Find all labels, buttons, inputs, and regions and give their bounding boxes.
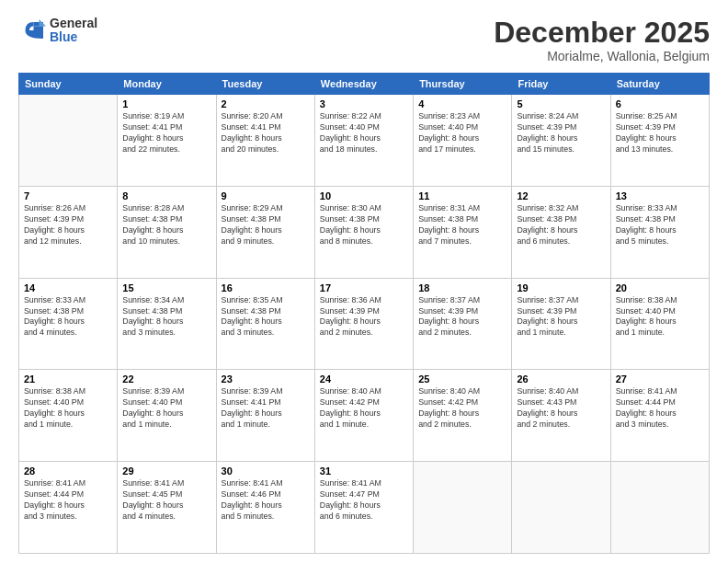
day-number: 3 (320, 98, 408, 109)
day-info: Sunrise: 8:26 AM Sunset: 4:39 PM Dayligh… (24, 203, 112, 247)
day-number: 21 (24, 373, 112, 385)
day-info: Sunrise: 8:41 AM Sunset: 4:46 PM Dayligh… (222, 478, 310, 523)
day-info: Sunrise: 8:23 AM Sunset: 4:40 PM Dayligh… (418, 111, 506, 155)
calendar-table: Sunday Monday Tuesday Wednesday Thursday… (18, 73, 710, 554)
day-number: 2 (222, 98, 310, 109)
day-info: Sunrise: 8:25 AM Sunset: 4:39 PM Dayligh… (616, 111, 704, 155)
day-info: Sunrise: 8:33 AM Sunset: 4:38 PM Dayligh… (24, 295, 112, 339)
day-info: Sunrise: 8:31 AM Sunset: 4:38 PM Dayligh… (418, 203, 506, 247)
day-number: 19 (517, 282, 605, 293)
header-saturday: Saturday (610, 74, 709, 95)
day-number: 5 (517, 98, 605, 109)
day-number: 12 (517, 190, 605, 201)
table-row: 27Sunrise: 8:41 AM Sunset: 4:44 PM Dayli… (610, 370, 709, 462)
day-number: 10 (320, 190, 408, 201)
day-number: 29 (122, 465, 210, 477)
day-number: 17 (320, 282, 408, 293)
logo-general: General (50, 17, 97, 30)
day-number: 16 (222, 282, 310, 293)
calendar-row-4: 21Sunrise: 8:38 AM Sunset: 4:40 PM Dayli… (19, 370, 710, 462)
day-info: Sunrise: 8:41 AM Sunset: 4:47 PM Dayligh… (320, 478, 408, 523)
header-tuesday: Tuesday (216, 74, 314, 95)
table-row: 16Sunrise: 8:35 AM Sunset: 4:38 PM Dayli… (216, 278, 314, 370)
header-monday: Monday (118, 74, 216, 95)
day-info: Sunrise: 8:30 AM Sunset: 4:38 PM Dayligh… (320, 203, 408, 247)
header: General Blue December 2025 Morialme, Wal… (18, 17, 710, 63)
day-number: 20 (616, 282, 704, 293)
table-row: 1Sunrise: 8:19 AM Sunset: 4:41 PM Daylig… (118, 95, 216, 187)
table-row: 22Sunrise: 8:39 AM Sunset: 4:40 PM Dayli… (118, 370, 216, 462)
table-row (19, 95, 118, 187)
day-number: 11 (418, 190, 506, 201)
day-number: 27 (616, 373, 704, 385)
day-number: 18 (418, 282, 506, 293)
logo-text: General Blue (50, 17, 97, 45)
day-number: 15 (122, 282, 210, 293)
title-block: December 2025 Morialme, Wallonia, Belgiu… (494, 17, 710, 63)
table-row: 31Sunrise: 8:41 AM Sunset: 4:47 PM Dayli… (314, 462, 413, 554)
day-info: Sunrise: 8:41 AM Sunset: 4:44 PM Dayligh… (24, 478, 112, 523)
day-number: 30 (222, 465, 310, 477)
table-row: 4Sunrise: 8:23 AM Sunset: 4:40 PM Daylig… (414, 95, 512, 187)
table-row: 6Sunrise: 8:25 AM Sunset: 4:39 PM Daylig… (610, 95, 709, 187)
table-row: 17Sunrise: 8:36 AM Sunset: 4:39 PM Dayli… (314, 278, 413, 370)
day-info: Sunrise: 8:41 AM Sunset: 4:45 PM Dayligh… (122, 478, 210, 523)
day-number: 24 (320, 373, 408, 385)
day-info: Sunrise: 8:36 AM Sunset: 4:39 PM Dayligh… (320, 295, 408, 339)
table-row: 25Sunrise: 8:40 AM Sunset: 4:42 PM Dayli… (414, 370, 512, 462)
day-info: Sunrise: 8:39 AM Sunset: 4:41 PM Dayligh… (222, 386, 310, 431)
table-row: 19Sunrise: 8:37 AM Sunset: 4:39 PM Dayli… (512, 278, 610, 370)
day-info: Sunrise: 8:37 AM Sunset: 4:39 PM Dayligh… (517, 295, 605, 339)
day-number: 14 (24, 282, 112, 293)
table-row: 5Sunrise: 8:24 AM Sunset: 4:39 PM Daylig… (512, 95, 610, 187)
header-thursday: Thursday (414, 74, 512, 95)
day-info: Sunrise: 8:29 AM Sunset: 4:38 PM Dayligh… (222, 203, 310, 247)
logo: General Blue (18, 17, 97, 45)
day-number: 23 (222, 373, 310, 385)
table-row: 29Sunrise: 8:41 AM Sunset: 4:45 PM Dayli… (118, 462, 216, 554)
table-row: 9Sunrise: 8:29 AM Sunset: 4:38 PM Daylig… (216, 186, 314, 278)
table-row: 10Sunrise: 8:30 AM Sunset: 4:38 PM Dayli… (314, 186, 413, 278)
table-row: 13Sunrise: 8:33 AM Sunset: 4:38 PM Dayli… (610, 186, 709, 278)
day-info: Sunrise: 8:38 AM Sunset: 4:40 PM Dayligh… (24, 386, 112, 431)
logo-icon (18, 17, 46, 44)
day-info: Sunrise: 8:19 AM Sunset: 4:41 PM Dayligh… (122, 111, 210, 155)
weekday-header-row: Sunday Monday Tuesday Wednesday Thursday… (19, 74, 710, 95)
table-row: 14Sunrise: 8:33 AM Sunset: 4:38 PM Dayli… (19, 278, 118, 370)
table-row: 26Sunrise: 8:40 AM Sunset: 4:43 PM Dayli… (512, 370, 610, 462)
table-row: 23Sunrise: 8:39 AM Sunset: 4:41 PM Dayli… (216, 370, 314, 462)
day-number: 8 (122, 190, 210, 201)
day-number: 4 (418, 98, 506, 109)
day-info: Sunrise: 8:20 AM Sunset: 4:41 PM Dayligh… (222, 111, 310, 155)
header-wednesday: Wednesday (314, 74, 413, 95)
table-row: 24Sunrise: 8:40 AM Sunset: 4:42 PM Dayli… (314, 370, 413, 462)
day-info: Sunrise: 8:34 AM Sunset: 4:38 PM Dayligh… (122, 295, 210, 339)
day-info: Sunrise: 8:41 AM Sunset: 4:44 PM Dayligh… (616, 386, 704, 431)
day-info: Sunrise: 8:37 AM Sunset: 4:39 PM Dayligh… (418, 295, 506, 339)
day-info: Sunrise: 8:38 AM Sunset: 4:40 PM Dayligh… (616, 295, 704, 339)
day-number: 7 (24, 190, 112, 201)
table-row: 15Sunrise: 8:34 AM Sunset: 4:38 PM Dayli… (118, 278, 216, 370)
day-number: 6 (616, 98, 704, 109)
day-info: Sunrise: 8:40 AM Sunset: 4:42 PM Dayligh… (320, 386, 408, 431)
logo-blue: Blue (50, 30, 97, 44)
day-info: Sunrise: 8:33 AM Sunset: 4:38 PM Dayligh… (616, 203, 704, 247)
table-row: 3Sunrise: 8:22 AM Sunset: 4:40 PM Daylig… (314, 95, 413, 187)
day-info: Sunrise: 8:35 AM Sunset: 4:38 PM Dayligh… (222, 295, 310, 339)
table-row: 11Sunrise: 8:31 AM Sunset: 4:38 PM Dayli… (414, 186, 512, 278)
day-info: Sunrise: 8:40 AM Sunset: 4:43 PM Dayligh… (517, 386, 605, 431)
header-sunday: Sunday (19, 74, 118, 95)
day-info: Sunrise: 8:24 AM Sunset: 4:39 PM Dayligh… (517, 111, 605, 155)
day-info: Sunrise: 8:22 AM Sunset: 4:40 PM Dayligh… (320, 111, 408, 155)
day-info: Sunrise: 8:32 AM Sunset: 4:38 PM Dayligh… (517, 203, 605, 247)
table-row: 20Sunrise: 8:38 AM Sunset: 4:40 PM Dayli… (610, 278, 709, 370)
day-info: Sunrise: 8:39 AM Sunset: 4:40 PM Dayligh… (122, 386, 210, 431)
day-number: 13 (616, 190, 704, 201)
table-row: 18Sunrise: 8:37 AM Sunset: 4:39 PM Dayli… (414, 278, 512, 370)
page: General Blue December 2025 Morialme, Wal… (0, 0, 728, 563)
day-number: 9 (222, 190, 310, 201)
location-subtitle: Morialme, Wallonia, Belgium (494, 49, 710, 63)
day-number: 28 (24, 465, 112, 477)
table-row: 7Sunrise: 8:26 AM Sunset: 4:39 PM Daylig… (19, 186, 118, 278)
calendar-row-1: 1Sunrise: 8:19 AM Sunset: 4:41 PM Daylig… (19, 95, 710, 187)
